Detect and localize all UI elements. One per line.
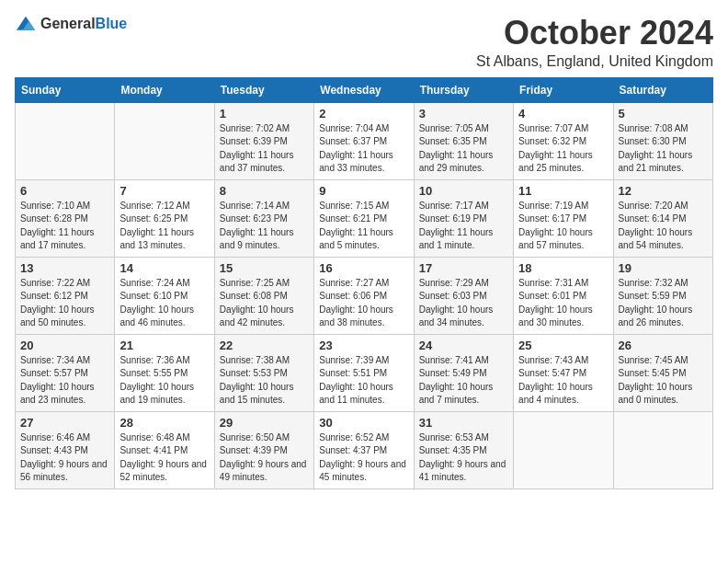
day-info: Sunrise: 7:43 AMSunset: 5:47 PMDaylight:… — [518, 354, 608, 408]
calendar-header-row: SundayMondayTuesdayWednesdayThursdayFrid… — [16, 77, 713, 102]
calendar-cell: 22Sunrise: 7:38 AMSunset: 5:53 PMDayligh… — [214, 334, 313, 411]
logo: GeneralBlue — [15, 15, 127, 33]
day-number: 15 — [220, 261, 309, 275]
title-block: October 2024 St Albans, England, United … — [476, 15, 713, 70]
calendar-cell: 20Sunrise: 7:34 AMSunset: 5:57 PMDayligh… — [16, 334, 115, 411]
day-number: 4 — [518, 107, 608, 121]
calendar-cell: 13Sunrise: 7:22 AMSunset: 6:12 PMDayligh… — [16, 257, 115, 334]
calendar-cell — [613, 411, 712, 488]
day-number: 13 — [20, 261, 109, 275]
logo-general: General — [40, 16, 96, 31]
day-number: 10 — [419, 184, 508, 198]
calendar-cell: 17Sunrise: 7:29 AMSunset: 6:03 PMDayligh… — [414, 257, 513, 334]
day-number: 9 — [319, 184, 408, 198]
calendar-cell: 9Sunrise: 7:15 AMSunset: 6:21 PMDaylight… — [314, 179, 414, 257]
calendar-week-row: 13Sunrise: 7:22 AMSunset: 6:12 PMDayligh… — [16, 257, 713, 334]
day-number: 16 — [319, 261, 408, 275]
day-info: Sunrise: 7:02 AMSunset: 6:39 PMDaylight:… — [220, 122, 309, 176]
day-info: Sunrise: 7:32 AMSunset: 5:59 PMDaylight:… — [619, 277, 708, 330]
day-info: Sunrise: 7:07 AMSunset: 6:32 PMDaylight:… — [518, 122, 608, 176]
calendar-cell: 1Sunrise: 7:02 AMSunset: 6:39 PMDaylight… — [214, 102, 313, 179]
day-info: Sunrise: 7:39 AMSunset: 5:51 PMDaylight:… — [319, 354, 408, 408]
calendar-week-row: 6Sunrise: 7:10 AMSunset: 6:28 PMDaylight… — [16, 179, 713, 257]
calendar-cell: 29Sunrise: 6:50 AMSunset: 4:39 PMDayligh… — [214, 411, 313, 488]
calendar-cell: 19Sunrise: 7:32 AMSunset: 5:59 PMDayligh… — [613, 257, 712, 334]
calendar-week-row: 1Sunrise: 7:02 AMSunset: 6:39 PMDaylight… — [16, 102, 713, 179]
day-info: Sunrise: 7:14 AMSunset: 6:23 PMDaylight:… — [220, 200, 309, 253]
calendar-header-saturday: Saturday — [613, 77, 712, 102]
day-number: 17 — [419, 261, 508, 275]
calendar-cell: 25Sunrise: 7:43 AMSunset: 5:47 PMDayligh… — [514, 334, 613, 411]
calendar-cell: 6Sunrise: 7:10 AMSunset: 6:28 PMDaylight… — [16, 179, 115, 257]
calendar-cell: 26Sunrise: 7:45 AMSunset: 5:45 PMDayligh… — [613, 334, 712, 411]
calendar-cell: 8Sunrise: 7:14 AMSunset: 6:23 PMDaylight… — [214, 179, 313, 257]
day-number: 12 — [619, 184, 708, 198]
calendar-cell: 18Sunrise: 7:31 AMSunset: 6:01 PMDayligh… — [514, 257, 613, 334]
day-number: 1 — [220, 107, 309, 121]
calendar-cell: 14Sunrise: 7:24 AMSunset: 6:10 PMDayligh… — [115, 257, 214, 334]
day-info: Sunrise: 7:45 AMSunset: 5:45 PMDaylight:… — [619, 354, 708, 408]
day-info: Sunrise: 7:19 AMSunset: 6:17 PMDaylight:… — [518, 200, 608, 253]
calendar-header-thursday: Thursday — [414, 77, 513, 102]
day-number: 19 — [619, 261, 708, 275]
calendar-cell: 4Sunrise: 7:07 AMSunset: 6:32 PMDaylight… — [514, 102, 613, 179]
day-number: 25 — [518, 339, 608, 352]
day-number: 26 — [619, 339, 708, 352]
day-info: Sunrise: 6:48 AMSunset: 4:41 PMDaylight:… — [119, 431, 209, 485]
logo-blue: Blue — [96, 16, 128, 31]
day-number: 29 — [220, 416, 309, 430]
day-info: Sunrise: 6:46 AMSunset: 4:43 PMDaylight:… — [20, 431, 109, 485]
logo-icon — [15, 15, 37, 33]
calendar-cell — [514, 411, 613, 488]
calendar-cell: 24Sunrise: 7:41 AMSunset: 5:49 PMDayligh… — [414, 334, 513, 411]
calendar-header-monday: Monday — [115, 77, 214, 102]
day-number: 31 — [419, 416, 508, 430]
month-title: October 2024 — [476, 15, 713, 52]
page-header: GeneralBlue October 2024 St Albans, Engl… — [15, 15, 713, 70]
calendar-cell: 15Sunrise: 7:25 AMSunset: 6:08 PMDayligh… — [214, 257, 313, 334]
day-number: 21 — [119, 339, 209, 352]
calendar-cell: 28Sunrise: 6:48 AMSunset: 4:41 PMDayligh… — [115, 411, 214, 488]
day-info: Sunrise: 7:12 AMSunset: 6:25 PMDaylight:… — [119, 200, 209, 253]
day-info: Sunrise: 7:17 AMSunset: 6:19 PMDaylight:… — [419, 200, 508, 253]
calendar-cell: 30Sunrise: 6:52 AMSunset: 4:37 PMDayligh… — [314, 411, 414, 488]
day-number: 20 — [20, 339, 109, 352]
day-number: 27 — [20, 416, 109, 430]
calendar-cell: 16Sunrise: 7:27 AMSunset: 6:06 PMDayligh… — [314, 257, 414, 334]
day-number: 7 — [119, 184, 209, 198]
calendar-cell: 7Sunrise: 7:12 AMSunset: 6:25 PMDaylight… — [115, 179, 214, 257]
day-number: 3 — [419, 107, 508, 121]
calendar-cell — [16, 102, 115, 179]
day-info: Sunrise: 7:38 AMSunset: 5:53 PMDaylight:… — [220, 354, 309, 408]
day-info: Sunrise: 7:20 AMSunset: 6:14 PMDaylight:… — [619, 200, 708, 253]
calendar-cell: 31Sunrise: 6:53 AMSunset: 4:35 PMDayligh… — [414, 411, 513, 488]
calendar-cell: 2Sunrise: 7:04 AMSunset: 6:37 PMDaylight… — [314, 102, 414, 179]
calendar-header-friday: Friday — [514, 77, 613, 102]
day-info: Sunrise: 7:22 AMSunset: 6:12 PMDaylight:… — [20, 277, 109, 330]
calendar-cell: 21Sunrise: 7:36 AMSunset: 5:55 PMDayligh… — [115, 334, 214, 411]
calendar-table: SundayMondayTuesdayWednesdayThursdayFrid… — [15, 77, 713, 489]
location-subtitle: St Albans, England, United Kingdom — [476, 53, 713, 70]
day-info: Sunrise: 7:10 AMSunset: 6:28 PMDaylight:… — [20, 200, 109, 253]
day-info: Sunrise: 7:27 AMSunset: 6:06 PMDaylight:… — [319, 277, 408, 330]
day-info: Sunrise: 7:25 AMSunset: 6:08 PMDaylight:… — [220, 277, 309, 330]
day-info: Sunrise: 7:41 AMSunset: 5:49 PMDaylight:… — [419, 354, 508, 408]
day-number: 24 — [419, 339, 508, 352]
day-number: 8 — [220, 184, 309, 198]
calendar-cell: 11Sunrise: 7:19 AMSunset: 6:17 PMDayligh… — [514, 179, 613, 257]
day-info: Sunrise: 7:04 AMSunset: 6:37 PMDaylight:… — [319, 122, 408, 176]
day-info: Sunrise: 7:29 AMSunset: 6:03 PMDaylight:… — [419, 277, 508, 330]
day-info: Sunrise: 7:31 AMSunset: 6:01 PMDaylight:… — [518, 277, 608, 330]
day-info: Sunrise: 7:15 AMSunset: 6:21 PMDaylight:… — [319, 200, 408, 253]
day-number: 18 — [518, 261, 608, 275]
calendar-cell: 3Sunrise: 7:05 AMSunset: 6:35 PMDaylight… — [414, 102, 513, 179]
day-info: Sunrise: 7:36 AMSunset: 5:55 PMDaylight:… — [119, 354, 209, 408]
day-info: Sunrise: 6:50 AMSunset: 4:39 PMDaylight:… — [220, 431, 309, 485]
calendar-week-row: 20Sunrise: 7:34 AMSunset: 5:57 PMDayligh… — [16, 334, 713, 411]
calendar-header-tuesday: Tuesday — [214, 77, 313, 102]
day-number: 6 — [20, 184, 109, 198]
day-info: Sunrise: 6:52 AMSunset: 4:37 PMDaylight:… — [319, 431, 408, 485]
day-number: 30 — [319, 416, 408, 430]
day-number: 11 — [518, 184, 608, 198]
day-number: 28 — [119, 416, 209, 430]
